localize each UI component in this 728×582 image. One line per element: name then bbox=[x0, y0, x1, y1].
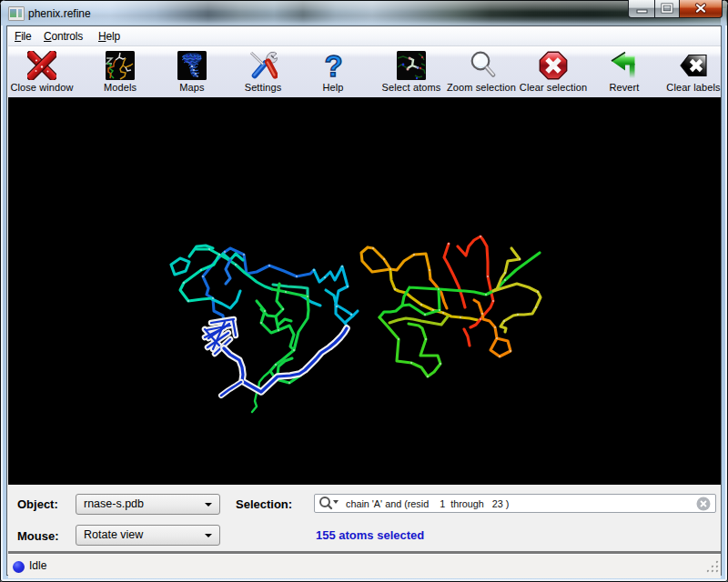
svg-text:?: ? bbox=[324, 51, 342, 80]
